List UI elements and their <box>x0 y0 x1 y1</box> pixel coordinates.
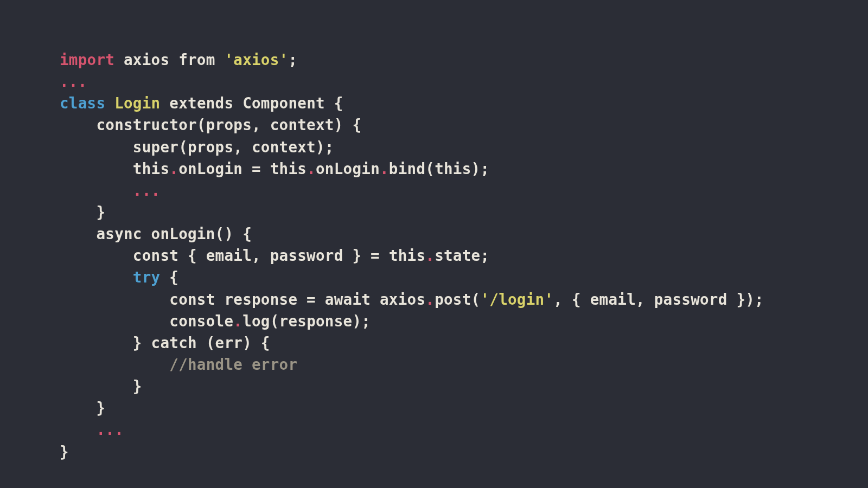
code-text: this <box>60 160 169 177</box>
code-text: from <box>178 51 224 68</box>
dot: . <box>425 291 435 308</box>
code-line: this.onLogin = this.onLogin.bind(this); <box>60 160 489 177</box>
code-line: } <box>60 203 105 221</box>
dot: . <box>307 160 316 177</box>
string-literal: /login <box>489 291 544 308</box>
code-line: //handle error <box>60 356 297 373</box>
code-text: console <box>60 312 233 330</box>
code-line: console.log(response); <box>60 312 371 330</box>
dot: . <box>425 247 435 264</box>
string-quote: ' <box>279 51 289 68</box>
code-text: onLogin = this <box>178 160 307 177</box>
comment: //handle error <box>169 356 297 373</box>
code-line: async onLogin() { <box>60 225 252 242</box>
code-line: constructor(props, context) { <box>60 116 361 133</box>
code-block: import axios from 'axios'; ... class Log… <box>0 0 868 463</box>
keyword-class: class <box>60 94 105 112</box>
code-text <box>60 182 133 199</box>
code-line: const { email, password } = this.state; <box>60 247 489 264</box>
code-text: state; <box>435 247 489 264</box>
code-line: import axios from 'axios'; <box>60 51 297 68</box>
code-text: post( <box>435 291 480 308</box>
code-text: onLogin <box>316 160 380 177</box>
code-text: const response = await axios <box>60 291 425 308</box>
code-line: } <box>60 443 69 460</box>
code-text <box>60 268 133 286</box>
code-text: extends Component { <box>160 94 343 112</box>
code-line: class Login extends Component { <box>60 94 343 112</box>
code-text <box>105 94 114 112</box>
ellipsis: ... <box>60 73 87 90</box>
string-quote: ' <box>544 291 553 308</box>
dot: . <box>169 160 178 177</box>
code-line: } catch (err) { <box>60 334 270 351</box>
keyword-try: try <box>133 268 161 286</box>
string-quote: ' <box>480 291 489 308</box>
code-line: const response = await axios.post('/logi… <box>60 291 764 308</box>
code-text: axios <box>114 51 178 68</box>
ellipsis: ... <box>96 421 124 438</box>
code-line: ... <box>60 182 160 199</box>
ellipsis: ... <box>133 182 161 199</box>
code-text: , { email, password }); <box>553 291 764 308</box>
code-text: ; <box>288 51 297 68</box>
code-text <box>60 421 96 438</box>
code-line: ... <box>60 421 124 438</box>
code-line: ... <box>60 73 87 90</box>
code-text: { <box>160 268 178 286</box>
dot: . <box>233 312 242 330</box>
code-line: } <box>60 399 105 416</box>
code-line: try { <box>60 268 178 286</box>
string-quote: ' <box>224 51 233 68</box>
string-literal: axios <box>233 51 279 68</box>
code-text: bind(this); <box>389 160 489 177</box>
code-line: super(props, context); <box>60 138 334 156</box>
dot: . <box>380 160 389 177</box>
class-name: Login <box>114 94 160 112</box>
code-text <box>60 356 169 373</box>
code-text: log(response); <box>242 312 371 330</box>
keyword-import: import <box>60 51 114 68</box>
code-text: const { email, password } = this <box>60 247 425 264</box>
code-line: } <box>60 377 142 395</box>
